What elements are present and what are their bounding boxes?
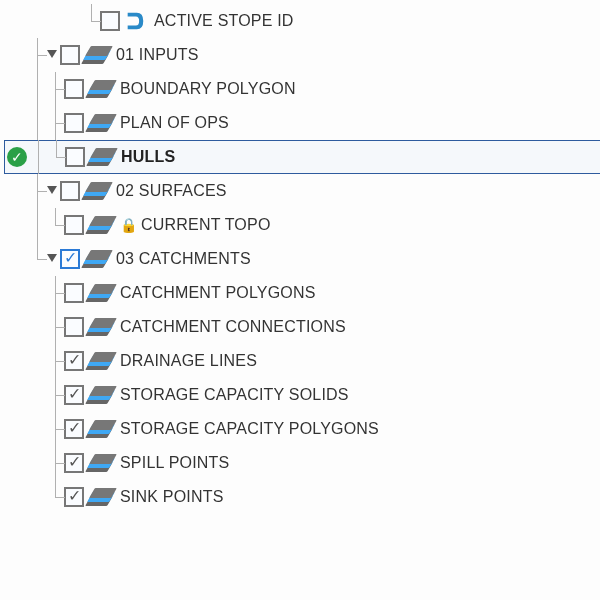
layers-icon — [86, 112, 114, 134]
tree-connector — [46, 4, 64, 38]
tree-connector — [64, 4, 82, 38]
tree-row-plan-of-ops[interactable]: PLAN OF OPS — [4, 106, 600, 140]
layers-icon — [86, 350, 114, 372]
tree-connector — [46, 208, 64, 242]
checkbox[interactable] — [100, 11, 120, 31]
tree-connector — [28, 72, 46, 106]
tree-connector — [46, 446, 64, 480]
checkbox[interactable] — [64, 215, 84, 235]
tree-connector — [28, 446, 46, 480]
checkbox[interactable] — [60, 45, 80, 65]
tree-label: CATCHMENT CONNECTIONS — [120, 318, 346, 336]
tree-label: SPILL POINTS — [120, 454, 229, 472]
tree-row-surfaces[interactable]: 02 SURFACES — [4, 174, 600, 208]
layers-icon — [86, 78, 114, 100]
expander-icon[interactable] — [46, 253, 58, 265]
tree-row-catchment-connections[interactable]: CATCHMENT CONNECTIONS — [4, 310, 600, 344]
svg-marker-1 — [47, 186, 57, 194]
layers-icon — [86, 282, 114, 304]
checkbox[interactable] — [64, 385, 84, 405]
tree-row-spill-points[interactable]: SPILL POINTS — [4, 446, 600, 480]
tree-connector — [46, 480, 64, 514]
layers-icon — [86, 214, 114, 236]
tree-label: 01 INPUTS — [116, 46, 199, 64]
checkbox[interactable] — [60, 181, 80, 201]
checkbox[interactable] — [64, 453, 84, 473]
tree-row-current-topo[interactable]: 🔒 CURRENT TOPO — [4, 208, 600, 242]
tree-connector — [29, 140, 47, 174]
tree-row-catchment-polygons[interactable]: CATCHMENT POLYGONS — [4, 276, 600, 310]
svg-marker-2 — [47, 254, 57, 262]
tree-connector — [28, 378, 46, 412]
checkbox[interactable] — [60, 249, 80, 269]
tree-label: STORAGE CAPACITY POLYGONS — [120, 420, 379, 438]
expander-icon[interactable] — [46, 185, 58, 197]
tree-connector — [28, 310, 46, 344]
tree-label: CATCHMENT POLYGONS — [120, 284, 316, 302]
status-ok-icon: ✓ — [5, 147, 29, 167]
tree-connector — [46, 310, 64, 344]
tree-connector — [47, 140, 65, 174]
tree-row-catchments[interactable]: 03 CATCHMENTS — [4, 242, 600, 276]
tree-label: HULLS — [121, 148, 175, 166]
tree-connector — [28, 242, 46, 276]
tree-label: BOUNDARY POLYGON — [120, 80, 296, 98]
tree-connector — [28, 344, 46, 378]
checkbox[interactable] — [64, 283, 84, 303]
layers-icon — [86, 486, 114, 508]
tree-row-inputs[interactable]: 01 INPUTS — [4, 38, 600, 72]
tree-connector — [46, 344, 64, 378]
tree-connector — [28, 276, 46, 310]
checkbox[interactable] — [64, 113, 84, 133]
tree-connector — [46, 72, 64, 106]
tree-row-boundary-polygon[interactable]: BOUNDARY POLYGON — [4, 72, 600, 106]
tree-label: SINK POINTS — [120, 488, 224, 506]
tree-row-hulls[interactable]: ✓ HULLS — [4, 140, 600, 174]
tree-label: CURRENT TOPO — [141, 216, 271, 234]
checkbox[interactable] — [64, 79, 84, 99]
tree-label: 02 SURFACES — [116, 182, 227, 200]
tree-connector — [28, 174, 46, 208]
layers-icon — [86, 384, 114, 406]
checkbox[interactable] — [64, 351, 84, 371]
layers-icon — [82, 44, 110, 66]
layers-icon — [86, 452, 114, 474]
tree-connector — [46, 412, 64, 446]
tree-row-storage-capacity-polygons[interactable]: STORAGE CAPACITY POLYGONS — [4, 412, 600, 446]
layers-icon — [87, 146, 115, 168]
tree-connector — [28, 412, 46, 446]
checkbox[interactable] — [64, 419, 84, 439]
checkbox[interactable] — [64, 317, 84, 337]
tree-connector — [28, 4, 46, 38]
lock-icon: 🔒 — [120, 217, 137, 233]
tree-connector — [46, 378, 64, 412]
layers-icon — [86, 316, 114, 338]
tree-connector — [46, 106, 64, 140]
layers-icon — [86, 418, 114, 440]
checkbox[interactable] — [64, 487, 84, 507]
tree-label: STORAGE CAPACITY SOLIDS — [120, 386, 349, 404]
tree-label: DRAINAGE LINES — [120, 352, 257, 370]
tree-connector — [28, 106, 46, 140]
d-logo-icon — [122, 10, 148, 32]
checkbox[interactable] — [65, 147, 85, 167]
tree-label: 03 CATCHMENTS — [116, 250, 251, 268]
tree-label: PLAN OF OPS — [120, 114, 229, 132]
tree-connector — [28, 480, 46, 514]
expander-icon[interactable] — [46, 49, 58, 61]
tree-connector — [28, 208, 46, 242]
tree-connector — [46, 276, 64, 310]
tree-row-storage-capacity-solids[interactable]: STORAGE CAPACITY SOLIDS — [4, 378, 600, 412]
layers-icon — [82, 180, 110, 202]
tree-row-drainage-lines[interactable]: DRAINAGE LINES — [4, 344, 600, 378]
layers-icon — [82, 248, 110, 270]
tree-row-active-stope-id[interactable]: ACTIVE STOPE ID — [4, 4, 600, 38]
tree-connector — [82, 4, 100, 38]
tree-label: ACTIVE STOPE ID — [154, 12, 294, 30]
tree-row-sink-points[interactable]: SINK POINTS — [4, 480, 600, 514]
svg-marker-0 — [47, 50, 57, 58]
tree-connector — [28, 38, 46, 72]
